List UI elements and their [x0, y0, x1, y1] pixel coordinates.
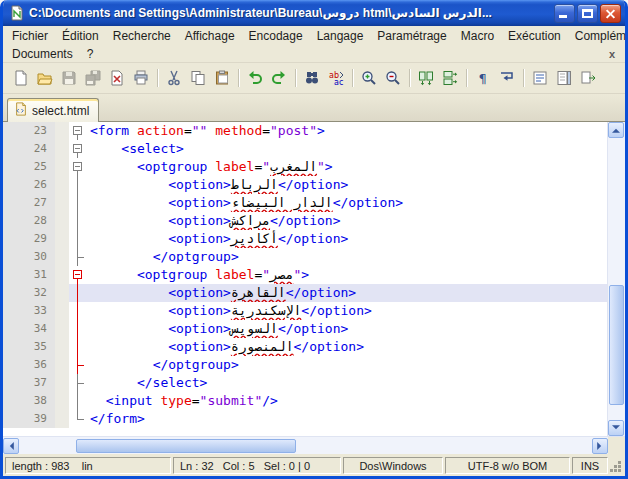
fold-collapse-icon[interactable]	[69, 158, 87, 176]
print-icon[interactable]	[130, 67, 152, 89]
line-number[interactable]: 35	[3, 338, 55, 356]
new-file-icon[interactable]	[10, 67, 32, 89]
line-number[interactable]: 33	[3, 302, 55, 320]
menu-item-fichier[interactable]: Fichier	[5, 27, 55, 45]
line-number[interactable]: 32	[3, 284, 55, 302]
line-number[interactable]: 23	[3, 122, 55, 140]
line-number[interactable]: 24	[3, 140, 55, 158]
menu-item-edition[interactable]: Édition	[55, 27, 106, 45]
editor-lines: 23<form action="" method="post">24 <sele…	[3, 122, 607, 436]
horizontal-scroll-track[interactable]	[19, 438, 592, 454]
editor-line-34[interactable]: 34 <option>السويس</option>	[3, 320, 607, 338]
menu-item-documents[interactable]: Documents	[5, 45, 80, 63]
save-all-icon[interactable]	[82, 67, 104, 89]
editor-line-36[interactable]: 36 </optgroup>	[3, 356, 607, 374]
document-map-icon[interactable]	[553, 67, 575, 89]
editor-line-38[interactable]: 38 <input type="submit"/>	[3, 392, 607, 410]
maximize-icon[interactable]	[577, 4, 598, 23]
bookmark-margin	[55, 194, 69, 212]
menu-item-macro[interactable]: Macro	[454, 27, 501, 45]
line-number[interactable]: 30	[3, 248, 55, 266]
vertical-scrollbar[interactable]	[607, 122, 625, 436]
editor-line-26[interactable]: 26 <option>الرباط</option>	[3, 176, 607, 194]
function-list-icon[interactable]	[529, 67, 551, 89]
copy-icon[interactable]	[187, 67, 209, 89]
undo-icon[interactable]	[244, 67, 266, 89]
menu-item-help[interactable]: ?	[80, 45, 101, 63]
zoom-out-icon[interactable]	[382, 67, 404, 89]
redo-icon[interactable]	[268, 67, 290, 89]
sync-vertical-scroll-icon[interactable]	[415, 67, 437, 89]
editor-line-33[interactable]: 33 <option>الإسكندرية</option>	[3, 302, 607, 320]
statusbar-cursor-position: Ln : 32 Col : 5 Sel : 0 | 0	[173, 457, 341, 474]
minimize-icon[interactable]	[554, 4, 575, 23]
fold-collapse-icon[interactable]	[69, 140, 87, 158]
sync-horizontal-scroll-icon[interactable]	[439, 67, 461, 89]
menubar-close-icon[interactable]: x	[601, 48, 623, 60]
editor-line-37[interactable]: 37 </select>	[3, 374, 607, 392]
menu-item-parametrage[interactable]: Paramétrage	[370, 27, 453, 45]
tab-select-html[interactable]: select.html	[7, 98, 99, 122]
line-number[interactable]: 27	[3, 194, 55, 212]
fold-collapse-icon[interactable]	[69, 266, 87, 284]
vertical-scroll-thumb[interactable]	[609, 285, 624, 405]
word-wrap-icon[interactable]	[496, 67, 518, 89]
close-icon[interactable]	[600, 4, 621, 23]
cut-icon[interactable]	[163, 67, 185, 89]
code-text: </optgroup>	[87, 248, 607, 266]
menu-item-langage[interactable]: Langage	[310, 27, 371, 45]
line-number[interactable]: 26	[3, 176, 55, 194]
menu-item-recherche[interactable]: Recherche	[106, 27, 178, 45]
line-number[interactable]: 36	[3, 356, 55, 374]
line-number[interactable]: 28	[3, 212, 55, 230]
line-number[interactable]: 34	[3, 320, 55, 338]
horizontal-scrollbar[interactable]	[3, 436, 625, 454]
zoom-in-icon[interactable]	[358, 67, 380, 89]
editor-line-32[interactable]: 32 <option>القاهرة</option>	[3, 284, 607, 302]
show-all-characters-icon[interactable]	[472, 67, 494, 89]
menu-item-encodage[interactable]: Encodage	[242, 27, 310, 45]
bookmark-margin	[55, 176, 69, 194]
scroll-right-icon[interactable]	[592, 438, 608, 454]
statusbar-encoding: UTF-8 w/o BOM	[445, 457, 570, 474]
menu-item-complements[interactable]: Compléments	[568, 27, 628, 45]
menubar-row-2: Documents? x	[3, 45, 625, 63]
editor-line-28[interactable]: 28 <option>مراكش</option>	[3, 212, 607, 230]
resize-grip[interactable]	[610, 457, 623, 474]
tab-label: select.html	[32, 104, 89, 118]
scroll-up-icon[interactable]	[608, 122, 624, 138]
editor-line-23[interactable]: 23<form action="" method="post">	[3, 122, 607, 140]
code-text: </optgroup>	[87, 356, 607, 374]
paste-icon[interactable]	[211, 67, 233, 89]
line-number[interactable]: 29	[3, 230, 55, 248]
line-number[interactable]: 39	[3, 410, 55, 428]
editor-line-31[interactable]: 31 <optgroup label="مصر">	[3, 266, 607, 284]
menu-item-affichage[interactable]: Affichage	[178, 27, 242, 45]
save-icon[interactable]	[58, 67, 80, 89]
editor-line-29[interactable]: 29 <option>أكادير</option>	[3, 230, 607, 248]
doc-switcher-icon[interactable]	[577, 67, 599, 89]
editor-line-24[interactable]: 24 <select>	[3, 140, 607, 158]
find-icon[interactable]	[301, 67, 323, 89]
horizontal-scroll-thumb[interactable]	[76, 439, 296, 453]
scroll-left-icon[interactable]	[3, 438, 19, 454]
fold-guide	[69, 284, 87, 302]
line-number[interactable]: 37	[3, 374, 55, 392]
fold-collapse-icon[interactable]	[69, 122, 87, 140]
replace-icon[interactable]	[325, 67, 347, 89]
line-number[interactable]: 38	[3, 392, 55, 410]
code-text: <select>	[87, 140, 607, 158]
vertical-scroll-track[interactable]	[608, 138, 625, 420]
scroll-down-icon[interactable]	[608, 420, 624, 436]
menu-item-execution[interactable]: Exécution	[501, 27, 568, 45]
editor-line-27[interactable]: 27 <option>الدار البيضاء</option>	[3, 194, 607, 212]
open-file-icon[interactable]	[34, 67, 56, 89]
editor-line-25[interactable]: 25 <optgroup label="المغرب">	[3, 158, 607, 176]
app-icon[interactable]	[9, 5, 25, 21]
editor-line-39[interactable]: 39</form>	[3, 410, 607, 428]
editor-line-35[interactable]: 35 <option>المنصورة</option>	[3, 338, 607, 356]
close-file-icon[interactable]	[106, 67, 128, 89]
line-number[interactable]: 25	[3, 158, 55, 176]
editor-line-30[interactable]: 30 </optgroup>	[3, 248, 607, 266]
line-number[interactable]: 31	[3, 266, 55, 284]
